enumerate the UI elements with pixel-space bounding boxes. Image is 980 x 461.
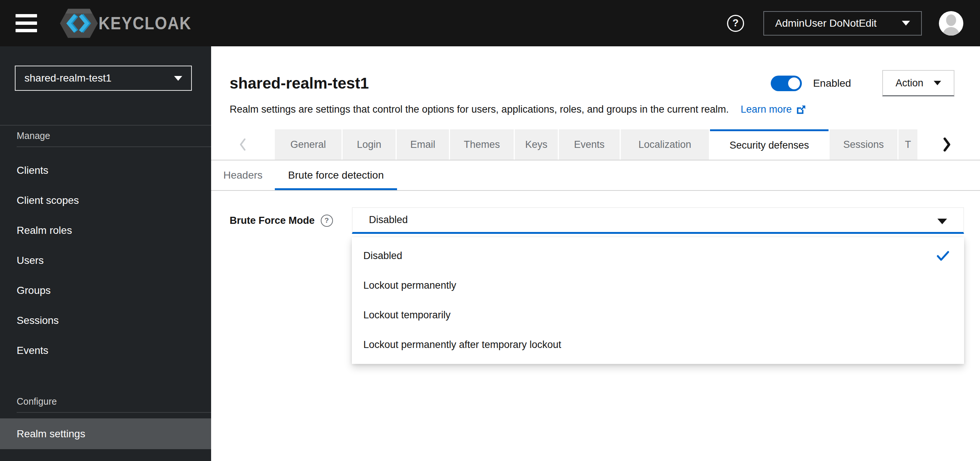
enabled-toggle-label: Enabled bbox=[813, 77, 851, 89]
option-label: Lockout permanently bbox=[363, 280, 456, 291]
nav-list: Clients Client scopes Realm roles Users … bbox=[0, 147, 211, 365]
sidebar-nav: Manage Clients Client scopes Realm roles… bbox=[0, 126, 211, 449]
action-menu-button[interactable]: Action bbox=[882, 70, 955, 96]
sidebar-item-groups[interactable]: Groups bbox=[0, 275, 211, 305]
nav-section-title: Configure bbox=[17, 396, 211, 413]
option-label: Lockout permanently after temporary lock… bbox=[363, 339, 561, 351]
question-mark-glyph: ? bbox=[325, 217, 329, 225]
caret-down-icon bbox=[934, 81, 941, 85]
tab-sessions[interactable]: Sessions bbox=[830, 129, 897, 160]
nav-section-title: Manage bbox=[17, 131, 211, 147]
tabs-scroll-left-button[interactable] bbox=[211, 129, 275, 160]
tab-login[interactable]: Login bbox=[343, 129, 396, 160]
enabled-toggle[interactable] bbox=[771, 76, 802, 91]
avatar-person-icon bbox=[946, 14, 956, 26]
sidebar-item-realm-roles[interactable]: Realm roles bbox=[0, 215, 211, 245]
nav-toggle-button[interactable] bbox=[15, 12, 38, 35]
tab-list: General Login Email Themes Keys Events L… bbox=[275, 129, 917, 160]
realm-description: Realm settings are settings that control… bbox=[230, 104, 729, 115]
caret-down-icon bbox=[902, 21, 910, 26]
tab-localization[interactable]: Localization bbox=[621, 129, 709, 160]
field-label-group: Brute Force Mode ? bbox=[230, 207, 352, 234]
brute-force-mode-menu: Disabled Lockout permanently Lockout tem… bbox=[352, 237, 964, 364]
tab-security-defenses[interactable]: Security defenses bbox=[710, 129, 829, 160]
current-realm-label: shared-realm-test1 bbox=[24, 72, 111, 84]
nav-list: Realm settings bbox=[0, 413, 211, 449]
chevron-right-icon bbox=[942, 137, 951, 152]
page-header: shared-realm-test1 Enabled Action Realm … bbox=[211, 46, 980, 115]
avatar[interactable] bbox=[939, 11, 963, 35]
option-lockout-permanently[interactable]: Lockout permanently bbox=[352, 271, 964, 300]
tabs-scroll-right-button[interactable] bbox=[930, 129, 963, 160]
option-label: Lockout temporarily bbox=[363, 309, 451, 321]
brute-force-mode-field: Brute Force Mode ? Disabled Disabled bbox=[230, 207, 964, 234]
selected-value: Disabled bbox=[369, 214, 408, 225]
hamburger-icon bbox=[16, 29, 37, 32]
brute-force-mode-label: Brute Force Mode bbox=[230, 215, 315, 227]
external-link-icon bbox=[795, 104, 807, 115]
brute-force-mode-select[interactable]: Disabled bbox=[352, 207, 964, 234]
tab-headers[interactable]: Headers bbox=[211, 161, 275, 190]
caret-down-icon bbox=[937, 219, 947, 224]
nav-section-manage: Manage Clients Client scopes Realm roles… bbox=[0, 131, 211, 365]
keycloak-logo: KEYCLOAK bbox=[57, 6, 204, 40]
user-menu-button[interactable]: AdminUser DoNotEdit bbox=[763, 11, 922, 35]
user-menu-label: AdminUser DoNotEdit bbox=[775, 18, 877, 29]
tab-brute-force-detection[interactable]: Brute force detection bbox=[275, 161, 397, 190]
caret-down-icon bbox=[174, 76, 182, 81]
description-row: Realm settings are settings that control… bbox=[230, 104, 955, 115]
keycloak-logo-text: KEYCLOAK bbox=[99, 13, 191, 33]
keycloak-admin-console: KEYCLOAK ? AdminUser DoNotEdit shared-re… bbox=[0, 0, 980, 461]
masthead: KEYCLOAK ? AdminUser DoNotEdit bbox=[0, 0, 980, 46]
learn-more-link[interactable]: Learn more bbox=[741, 104, 807, 115]
tab-events[interactable]: Events bbox=[559, 129, 620, 160]
keycloak-logo-icon bbox=[57, 6, 101, 40]
sidebar-item-events[interactable]: Events bbox=[0, 335, 211, 365]
check-icon bbox=[937, 250, 949, 262]
sidebar-item-sessions[interactable]: Sessions bbox=[0, 305, 211, 335]
nav-section-configure: Configure Realm settings bbox=[0, 396, 211, 449]
hamburger-icon bbox=[16, 14, 37, 18]
brute-force-form: Brute Force Mode ? Disabled Disabled bbox=[211, 191, 980, 461]
chevron-left-icon bbox=[239, 137, 247, 152]
toggle-knob bbox=[788, 77, 800, 89]
option-disabled[interactable]: Disabled bbox=[352, 241, 964, 271]
learn-more-label: Learn more bbox=[741, 104, 792, 115]
realm-selector-block: shared-realm-test1 bbox=[0, 46, 211, 126]
avatar-person-icon bbox=[943, 27, 959, 35]
security-defenses-subtabs: Headers Brute force detection bbox=[211, 161, 980, 191]
enabled-toggle-group: Enabled bbox=[771, 76, 851, 91]
sidebar-item-users[interactable]: Users bbox=[0, 245, 211, 275]
help-button[interactable]: ? bbox=[727, 15, 744, 32]
option-label: Disabled bbox=[363, 250, 402, 262]
app-body: shared-realm-test1 Manage Clients Client… bbox=[0, 46, 980, 461]
help-icon[interactable]: ? bbox=[321, 215, 333, 227]
sidebar-item-client-scopes[interactable]: Client scopes bbox=[0, 185, 211, 215]
tab-truncated[interactable]: T bbox=[899, 129, 917, 160]
tab-themes[interactable]: Themes bbox=[450, 129, 514, 160]
main-content: shared-realm-test1 Enabled Action Realm … bbox=[211, 46, 980, 461]
realm-selector[interactable]: shared-realm-test1 bbox=[15, 65, 192, 91]
page-title: shared-realm-test1 bbox=[230, 75, 369, 92]
sidebar-item-realm-settings[interactable]: Realm settings bbox=[0, 418, 211, 449]
title-row: shared-realm-test1 Enabled Action bbox=[230, 70, 955, 96]
tab-general[interactable]: General bbox=[275, 129, 342, 160]
question-circle-icon: ? bbox=[733, 18, 739, 29]
option-lockout-temporarily[interactable]: Lockout temporarily bbox=[352, 300, 964, 330]
action-menu-label: Action bbox=[896, 77, 923, 89]
realm-settings-tabs: General Login Email Themes Keys Events L… bbox=[211, 129, 980, 161]
hamburger-icon bbox=[16, 21, 37, 25]
sidebar-item-clients[interactable]: Clients bbox=[0, 155, 211, 185]
option-lockout-permanently-after-temporary-lockout[interactable]: Lockout permanently after temporary lock… bbox=[352, 330, 964, 359]
sidebar: shared-realm-test1 Manage Clients Client… bbox=[0, 46, 211, 461]
tab-email[interactable]: Email bbox=[397, 129, 449, 160]
brute-force-mode-select-group: Disabled Disabled Lockout per bbox=[352, 207, 964, 234]
tab-keys[interactable]: Keys bbox=[515, 129, 558, 160]
